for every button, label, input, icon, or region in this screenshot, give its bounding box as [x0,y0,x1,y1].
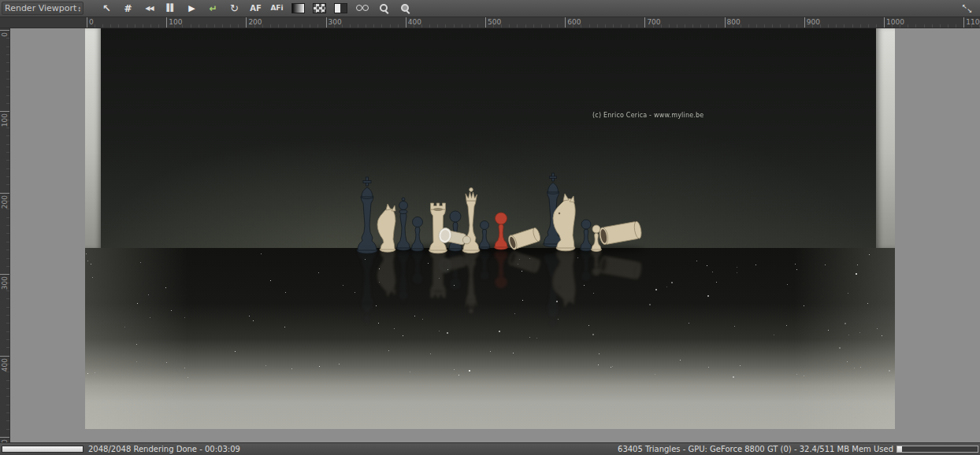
noise-speck [680,360,681,361]
play-icon[interactable]: ▶ [181,1,202,17]
noise-speck [556,301,558,302]
pointer-tool-icon[interactable]: ↖ [96,1,117,17]
noise-speck [454,285,455,286]
render-progress-fill [2,446,83,452]
noise-speck [774,335,774,335]
noise-speck [140,262,141,263]
zoom-region-icon[interactable] [394,1,415,17]
render-step-icon[interactable]: ↵ [202,1,224,17]
noise-speck [558,319,559,320]
noise-speck [804,375,804,376]
noise-speck [804,305,804,306]
noise-speck [514,313,515,314]
ruler-tick: 1100 [963,17,964,28]
noise-speck [91,264,91,264]
noise-speck [755,264,756,265]
noise-speck [513,353,514,353]
noise-speck [148,294,149,295]
noise-speck [92,277,93,278]
noise-speck [422,319,423,320]
noise-speck [284,327,285,327]
vertical-ruler-minor-ticks [6,30,9,442]
render-view[interactable]: (c) Enrico Cerica - www.myline.be [85,28,895,429]
ruler-tick: 500 [0,437,10,438]
auto-focus-alt-icon[interactable]: AFi [266,1,288,17]
noise-speck [845,323,846,324]
noise-speck [518,264,518,264]
pause-icon[interactable]: ▌▌ [160,1,181,17]
copyright-text: (c) Enrico Cerica - www.myline.be [592,112,704,119]
noise-speck [261,253,262,254]
memory-progress-bar [896,446,978,453]
noise-speck [712,272,713,272]
noise-speck [447,332,448,334]
noise-speck [649,304,651,305]
noise-speck [716,282,717,283]
noise-speck [839,347,841,349]
ruler-tick: 1000 [884,17,885,28]
grid-icon[interactable]: # [117,1,139,17]
noise-speck [519,259,520,260]
noise-speck [166,362,167,363]
noise-speck [430,353,431,354]
expand-viewport-icon[interactable] [956,1,978,17]
noise-speck [522,300,523,301]
zoom-tool-icon[interactable] [373,1,394,17]
noise-speck [529,258,530,259]
checkerboard-icon[interactable] [309,1,330,17]
noise-speck [592,334,594,335]
noise-speck [787,284,788,285]
noise-speck [828,330,829,331]
noise-speck [825,264,826,265]
noise-speck [469,370,470,372]
noise-speck [786,325,787,326]
noise-speck [740,365,741,366]
studio-floor [85,248,895,429]
noise-speck [285,292,286,293]
noise-speck [598,364,599,365]
gpu-status-text: 63405 Triangles - GPU: GeForce 8800 GT (… [618,443,893,455]
noise-speck [235,351,236,352]
ruler-tick: 100 [0,111,10,112]
go-to-start-icon[interactable]: ◀◀ [139,1,160,17]
toolbar-icons: ↖#◀◀▌▌▶↵↻AFAFi [96,1,415,17]
noise-speck [666,287,667,287]
viewport-selector[interactable]: Render Viewport ▴▾ [2,2,84,15]
backdrop-wall [101,28,876,248]
noise-speck [490,351,491,352]
ruler-tick: 0 [0,30,10,31]
noise-speck [737,272,737,273]
noise-speck [869,254,870,255]
viewport-selector-spinner[interactable]: ▴▾ [78,6,80,12]
noise-speck [150,317,150,318]
noise-speck [86,253,87,254]
ruler-tick: 300 [326,17,327,28]
noise-speck [318,272,319,273]
backdrop-left-edge [85,28,101,248]
noise-speck [734,326,735,327]
noise-speck [447,269,448,270]
refresh-icon[interactable]: ↻ [224,1,245,17]
noise-speck [733,376,734,378]
auto-focus-icon[interactable]: AF [245,1,266,17]
noise-speck [529,337,530,338]
noise-speck [270,280,271,281]
gradient-icon[interactable] [288,1,309,17]
viewport-selector-label: Render Viewport [5,3,78,13]
noise-speck [458,375,459,375]
ruler-tick: 200 [246,17,247,28]
noise-speck [165,287,166,288]
noise-speck [319,366,320,367]
noise-speck [187,377,188,378]
noise-speck [355,292,355,293]
noise-speck [291,368,292,369]
noise-speck [796,269,797,270]
noise-speck [848,335,849,335]
stereo-glasses-icon[interactable] [351,1,373,17]
memory-progress-fill [897,446,902,452]
noise-speck [536,338,537,338]
noise-speck [588,325,589,326]
noise-speck [655,289,657,290]
split-tone-icon[interactable] [330,1,351,17]
noise-speck [848,293,848,294]
